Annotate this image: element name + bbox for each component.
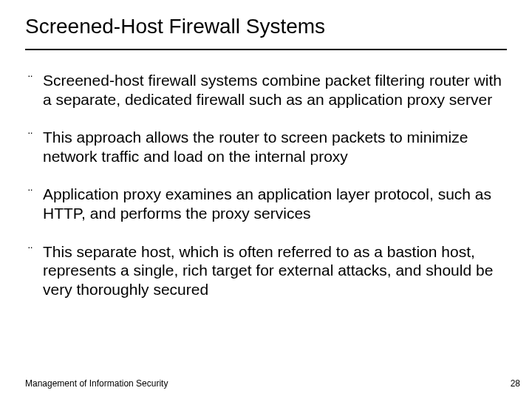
page-number: 28 <box>511 378 520 389</box>
list-item: ¨ This approach allows the router to scr… <box>25 128 507 166</box>
slide: Screened-Host Firewall Systems ¨ Screene… <box>0 0 532 399</box>
bullet-text: Application proxy examines an applicatio… <box>43 185 507 222</box>
diamond-bullet-icon: ¨ <box>25 242 35 262</box>
diamond-bullet-icon: ¨ <box>25 71 35 90</box>
bullet-list: ¨ Screened-host firewall systems combine… <box>25 71 507 299</box>
bullet-text: This approach allows the router to scree… <box>43 128 507 166</box>
list-item: ¨ Screened-host firewall systems combine… <box>25 71 507 109</box>
bullet-text: Screened-host firewall systems combine p… <box>43 71 507 109</box>
slide-title: Screened-Host Firewall Systems <box>25 15 507 50</box>
footer-text: Management of Information Security <box>25 378 168 389</box>
bullet-text: This separate host, which is often refer… <box>43 242 507 299</box>
diamond-bullet-icon: ¨ <box>25 128 35 147</box>
list-item: ¨ Application proxy examines an applicat… <box>25 185 507 222</box>
diamond-bullet-icon: ¨ <box>25 185 35 204</box>
list-item: ¨ This separate host, which is often ref… <box>25 242 507 299</box>
